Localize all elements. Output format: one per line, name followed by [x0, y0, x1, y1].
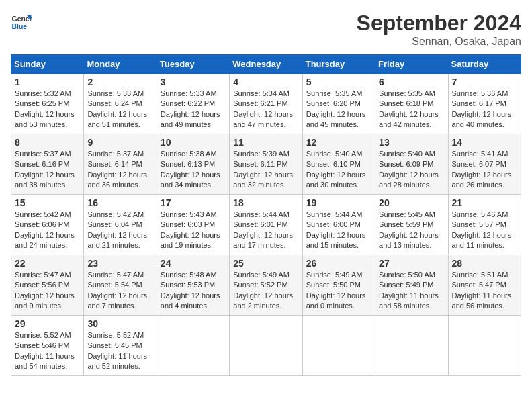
day-cell-26: 26Sunrise: 5:49 AM Sunset: 5:50 PM Dayli… [302, 255, 375, 316]
calendar-week-4: 29Sunrise: 5:52 AM Sunset: 5:46 PM Dayli… [11, 316, 521, 376]
day-number: 24 [161, 258, 226, 269]
logo-icon: General Blue [11, 11, 32, 32]
calendar-week-3: 22Sunrise: 5:47 AM Sunset: 5:56 PM Dayli… [11, 255, 521, 316]
day-number: 4 [233, 77, 298, 87]
day-number: 12 [306, 137, 371, 148]
day-info: Sunrise: 5:44 AM Sunset: 6:01 PM Dayligh… [233, 210, 298, 251]
day-number: 14 [452, 137, 517, 148]
day-info: Sunrise: 5:42 AM Sunset: 6:04 PM Dayligh… [87, 210, 152, 251]
header-saturday: Saturday [448, 55, 521, 74]
day-cell-7: 7Sunrise: 5:36 AM Sunset: 6:17 PM Daylig… [448, 74, 521, 134]
title-block: September 2024 Sennan, Osaka, Japan [357, 11, 521, 48]
day-cell-15: 15Sunrise: 5:42 AM Sunset: 6:06 PM Dayli… [11, 195, 84, 255]
day-cell-17: 17Sunrise: 5:43 AM Sunset: 6:03 PM Dayli… [157, 195, 229, 255]
day-cell-23: 23Sunrise: 5:47 AM Sunset: 5:54 PM Dayli… [84, 255, 157, 316]
day-cell-29: 29Sunrise: 5:52 AM Sunset: 5:46 PM Dayli… [11, 316, 84, 376]
day-number: 16 [87, 197, 152, 208]
day-cell-28: 28Sunrise: 5:51 AM Sunset: 5:47 PM Dayli… [448, 255, 521, 316]
empty-cell [230, 316, 302, 376]
svg-text:Blue: Blue [12, 23, 28, 30]
day-number: 18 [233, 197, 298, 208]
day-cell-21: 21Sunrise: 5:46 AM Sunset: 5:57 PM Dayli… [448, 195, 521, 255]
day-cell-20: 20Sunrise: 5:45 AM Sunset: 5:59 PM Dayli… [375, 195, 448, 255]
calendar-subtitle: Sennan, Osaka, Japan [357, 36, 521, 48]
day-info: Sunrise: 5:39 AM Sunset: 6:11 PM Dayligh… [233, 149, 298, 191]
day-cell-19: 19Sunrise: 5:44 AM Sunset: 6:00 PM Dayli… [302, 195, 375, 255]
day-info: Sunrise: 5:52 AM Sunset: 5:46 PM Dayligh… [15, 330, 80, 372]
day-info: Sunrise: 5:46 AM Sunset: 5:57 PM Dayligh… [452, 210, 517, 251]
day-info: Sunrise: 5:36 AM Sunset: 6:17 PM Dayligh… [452, 89, 517, 130]
day-number: 10 [161, 137, 226, 148]
day-cell-30: 30Sunrise: 5:52 AM Sunset: 5:45 PM Dayli… [84, 316, 157, 376]
day-number: 25 [233, 258, 298, 269]
day-info: Sunrise: 5:47 AM Sunset: 5:54 PM Dayligh… [87, 270, 152, 312]
day-info: Sunrise: 5:49 AM Sunset: 5:52 PM Dayligh… [233, 270, 298, 312]
day-number: 19 [306, 197, 371, 208]
day-info: Sunrise: 5:52 AM Sunset: 5:45 PM Dayligh… [87, 330, 152, 372]
empty-cell [448, 316, 521, 376]
day-number: 15 [15, 197, 80, 208]
day-info: Sunrise: 5:32 AM Sunset: 6:25 PM Dayligh… [15, 89, 80, 130]
day-cell-27: 27Sunrise: 5:50 AM Sunset: 5:49 PM Dayli… [375, 255, 448, 316]
day-number: 9 [87, 137, 152, 148]
header-friday: Friday [375, 55, 448, 74]
header: General Blue September 2024 Sennan, Osak… [11, 11, 521, 48]
day-number: 20 [379, 197, 444, 208]
day-number: 5 [306, 77, 371, 87]
day-number: 17 [161, 197, 226, 208]
day-info: Sunrise: 5:37 AM Sunset: 6:14 PM Dayligh… [87, 149, 152, 191]
calendar-week-0: 1Sunrise: 5:32 AM Sunset: 6:25 PM Daylig… [11, 74, 521, 134]
day-cell-2: 2Sunrise: 5:33 AM Sunset: 6:24 PM Daylig… [84, 74, 157, 134]
day-number: 13 [379, 137, 444, 148]
day-number: 29 [15, 318, 80, 329]
days-header-row: SundayMondayTuesdayWednesdayThursdayFrid… [11, 55, 521, 74]
day-cell-18: 18Sunrise: 5:44 AM Sunset: 6:01 PM Dayli… [230, 195, 302, 255]
calendar-week-1: 8Sunrise: 5:37 AM Sunset: 6:16 PM Daylig… [11, 134, 521, 195]
day-cell-13: 13Sunrise: 5:40 AM Sunset: 6:09 PM Dayli… [375, 134, 448, 195]
logo: General Blue [11, 11, 32, 32]
day-cell-22: 22Sunrise: 5:47 AM Sunset: 5:56 PM Dayli… [11, 255, 84, 316]
day-cell-5: 5Sunrise: 5:35 AM Sunset: 6:20 PM Daylig… [302, 74, 375, 134]
day-info: Sunrise: 5:49 AM Sunset: 5:50 PM Dayligh… [306, 270, 371, 312]
day-number: 21 [452, 197, 517, 208]
day-number: 11 [233, 137, 298, 148]
day-number: 3 [161, 77, 226, 87]
day-cell-14: 14Sunrise: 5:41 AM Sunset: 6:07 PM Dayli… [448, 134, 521, 195]
header-tuesday: Tuesday [157, 55, 229, 74]
day-info: Sunrise: 5:44 AM Sunset: 6:00 PM Dayligh… [306, 210, 371, 251]
day-info: Sunrise: 5:37 AM Sunset: 6:16 PM Dayligh… [15, 149, 80, 191]
day-cell-4: 4Sunrise: 5:34 AM Sunset: 6:21 PM Daylig… [230, 74, 302, 134]
day-cell-9: 9Sunrise: 5:37 AM Sunset: 6:14 PM Daylig… [84, 134, 157, 195]
day-number: 27 [379, 258, 444, 269]
day-info: Sunrise: 5:41 AM Sunset: 6:07 PM Dayligh… [452, 149, 517, 191]
day-cell-16: 16Sunrise: 5:42 AM Sunset: 6:04 PM Dayli… [84, 195, 157, 255]
day-number: 26 [306, 258, 371, 269]
day-cell-12: 12Sunrise: 5:40 AM Sunset: 6:10 PM Dayli… [302, 134, 375, 195]
calendar-title: September 2024 [357, 11, 521, 36]
header-monday: Monday [84, 55, 157, 74]
day-number: 6 [379, 77, 444, 87]
day-info: Sunrise: 5:50 AM Sunset: 5:49 PM Dayligh… [379, 270, 444, 312]
day-info: Sunrise: 5:42 AM Sunset: 6:06 PM Dayligh… [15, 210, 80, 251]
day-info: Sunrise: 5:34 AM Sunset: 6:21 PM Dayligh… [233, 89, 298, 130]
empty-cell [302, 316, 375, 376]
day-info: Sunrise: 5:45 AM Sunset: 5:59 PM Dayligh… [379, 210, 444, 251]
day-number: 23 [87, 258, 152, 269]
day-number: 1 [15, 77, 80, 87]
header-thursday: Thursday [302, 55, 375, 74]
day-number: 2 [87, 77, 152, 87]
day-info: Sunrise: 5:33 AM Sunset: 6:24 PM Dayligh… [87, 89, 152, 130]
empty-cell [157, 316, 229, 376]
calendar-week-2: 15Sunrise: 5:42 AM Sunset: 6:06 PM Dayli… [11, 195, 521, 255]
day-number: 8 [15, 137, 80, 148]
day-cell-8: 8Sunrise: 5:37 AM Sunset: 6:16 PM Daylig… [11, 134, 84, 195]
day-cell-11: 11Sunrise: 5:39 AM Sunset: 6:11 PM Dayli… [230, 134, 302, 195]
day-info: Sunrise: 5:47 AM Sunset: 5:56 PM Dayligh… [15, 270, 80, 312]
day-info: Sunrise: 5:51 AM Sunset: 5:47 PM Dayligh… [452, 270, 517, 312]
header-wednesday: Wednesday [230, 55, 302, 74]
day-info: Sunrise: 5:40 AM Sunset: 6:09 PM Dayligh… [379, 149, 444, 191]
day-number: 28 [452, 258, 517, 269]
calendar-table: SundayMondayTuesdayWednesdayThursdayFrid… [11, 54, 521, 376]
day-cell-24: 24Sunrise: 5:48 AM Sunset: 5:53 PM Dayli… [157, 255, 229, 316]
day-number: 22 [15, 258, 80, 269]
